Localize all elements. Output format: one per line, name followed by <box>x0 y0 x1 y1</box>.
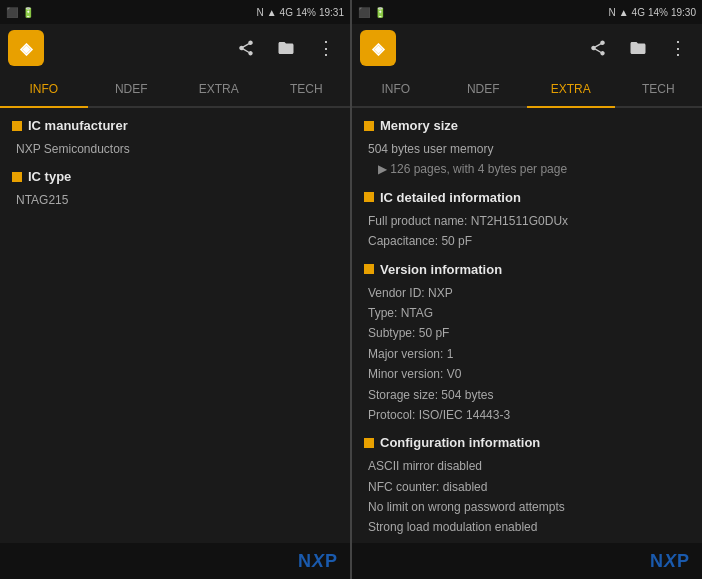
app-icon-right: ◈ <box>360 30 396 66</box>
section-content-ic-manufacturer: NXP Semiconductors <box>12 139 338 159</box>
tab-tech-right[interactable]: TECH <box>615 72 703 108</box>
nfc-icon-right: N <box>608 7 615 18</box>
section-header-config: Configuration information <box>364 435 690 450</box>
tab-info-left[interactable]: INFO <box>0 72 88 108</box>
nxp-text-right: NXP <box>650 551 690 571</box>
section-content-config: ASCII mirror disabled NFC counter: disab… <box>364 456 690 538</box>
section-content-ic-detail: Full product name: NT2H1511G0DUx Capacit… <box>364 211 690 252</box>
nxp-text-left: NXP <box>298 551 338 571</box>
panel-right: ⬛ 🔋 N ▲ 4G 14% 19:30 ◈ ⋮ INFO NDEF <box>352 0 702 579</box>
status-bar-left: ⬛ 🔋 N ▲ 4G 14% 19:31 <box>0 0 350 24</box>
network-label-right: 4G <box>632 7 645 18</box>
config-line-0: ASCII mirror disabled <box>368 456 690 476</box>
section-title-version: Version information <box>380 262 502 277</box>
status-left: ⬛ 🔋 <box>6 7 34 18</box>
panel-left: ⬛ 🔋 N ▲ 4G 14% 19:31 ◈ ⋮ INFO NDEF <box>0 0 350 579</box>
signal-icon: ▲ <box>267 7 277 18</box>
version-line-4: Minor version: V0 <box>368 364 690 384</box>
usb-icon-right: ⬛ <box>358 7 370 18</box>
section-header-ic-manufacturer: IC manufacturer <box>12 118 338 133</box>
app-logo-left: ◈ <box>20 39 32 58</box>
signal-icon-right: ▲ <box>619 7 629 18</box>
ic-type-value: NTAG215 <box>16 190 338 210</box>
section-content-memory: 504 bytes user memory ▶ 126 pages, with … <box>364 139 690 180</box>
battery-label-right: 14% <box>648 7 668 18</box>
config-line-3: Strong load modulation enabled <box>368 517 690 537</box>
app-icon-left: ◈ <box>8 30 44 66</box>
section-marker-config <box>364 438 374 448</box>
toolbar-left: ◈ ⋮ <box>0 24 350 72</box>
status-right-right: N ▲ 4G 14% 19:30 <box>608 7 696 18</box>
app-logo-right: ◈ <box>372 39 384 58</box>
ic-manufacturer-value: NXP Semiconductors <box>16 139 338 159</box>
battery-icon-small: 🔋 <box>22 7 34 18</box>
section-marker-memory <box>364 121 374 131</box>
content-right: Memory size 504 bytes user memory ▶ 126 … <box>352 108 702 543</box>
config-line-2: No limit on wrong password attempts <box>368 497 690 517</box>
memory-line-0: 504 bytes user memory <box>368 139 690 159</box>
section-marker <box>12 121 22 131</box>
tab-ndef-right[interactable]: NDEF <box>440 72 528 108</box>
usb-icon: ⬛ <box>6 7 18 18</box>
tab-extra-left[interactable]: EXTRA <box>175 72 263 108</box>
section-title-memory: Memory size <box>380 118 458 133</box>
time-label: 19:31 <box>319 7 344 18</box>
battery-label: 14% <box>296 7 316 18</box>
status-bar-right: ⬛ 🔋 N ▲ 4G 14% 19:30 <box>352 0 702 24</box>
section-title-ic-manufacturer: IC manufacturer <box>28 118 128 133</box>
footer-right: NXP <box>352 543 702 579</box>
section-marker-2 <box>12 172 22 182</box>
nxp-logo-left: NXP <box>298 551 338 572</box>
section-title-ic-detail: IC detailed information <box>380 190 521 205</box>
version-line-6: Protocol: ISO/IEC 14443-3 <box>368 405 690 425</box>
nfc-icon: N <box>256 7 263 18</box>
share-button-left[interactable] <box>230 32 262 64</box>
section-marker-version <box>364 264 374 274</box>
version-line-5: Storage size: 504 bytes <box>368 385 690 405</box>
version-line-1: Type: NTAG <box>368 303 690 323</box>
battery-icon-right: 🔋 <box>374 7 386 18</box>
more-button-right[interactable]: ⋮ <box>662 32 694 64</box>
status-right: N ▲ 4G 14% 19:31 <box>256 7 344 18</box>
section-header-ic-type: IC type <box>12 169 338 184</box>
tab-ndef-left[interactable]: NDEF <box>88 72 176 108</box>
section-marker-ic-detail <box>364 192 374 202</box>
ic-detail-line-1: Capacitance: 50 pF <box>368 231 690 251</box>
section-header-version: Version information <box>364 262 690 277</box>
toolbar-right: ◈ ⋮ <box>352 24 702 72</box>
section-header-ic-detail: IC detailed information <box>364 190 690 205</box>
folder-button-left[interactable] <box>270 32 302 64</box>
content-left: IC manufacturer NXP Semiconductors IC ty… <box>0 108 350 543</box>
nxp-logo-right: NXP <box>650 551 690 572</box>
more-button-left[interactable]: ⋮ <box>310 32 342 64</box>
memory-line-1: ▶ 126 pages, with 4 bytes per page <box>368 159 690 179</box>
tab-extra-right[interactable]: EXTRA <box>527 72 615 108</box>
section-header-memory: Memory size <box>364 118 690 133</box>
section-content-version: Vendor ID: NXP Type: NTAG Subtype: 50 pF… <box>364 283 690 426</box>
status-right-left: ⬛ 🔋 <box>358 7 386 18</box>
ic-detail-line-0: Full product name: NT2H1511G0DUx <box>368 211 690 231</box>
footer-left: NXP <box>0 543 350 579</box>
network-label: 4G <box>280 7 293 18</box>
section-content-ic-type: NTAG215 <box>12 190 338 210</box>
version-line-2: Subtype: 50 pF <box>368 323 690 343</box>
version-line-0: Vendor ID: NXP <box>368 283 690 303</box>
tabs-right: INFO NDEF EXTRA TECH <box>352 72 702 108</box>
tab-info-right[interactable]: INFO <box>352 72 440 108</box>
section-title-ic-type: IC type <box>28 169 71 184</box>
section-title-config: Configuration information <box>380 435 540 450</box>
config-line-1: NFC counter: disabled <box>368 477 690 497</box>
version-line-3: Major version: 1 <box>368 344 690 364</box>
folder-button-right[interactable] <box>622 32 654 64</box>
share-button-right[interactable] <box>582 32 614 64</box>
tab-tech-left[interactable]: TECH <box>263 72 351 108</box>
tabs-left: INFO NDEF EXTRA TECH <box>0 72 350 108</box>
time-label-right: 19:30 <box>671 7 696 18</box>
